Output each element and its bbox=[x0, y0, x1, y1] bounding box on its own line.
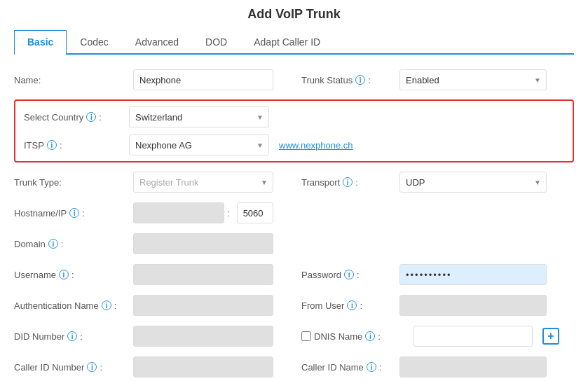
dnis-name-input[interactable] bbox=[413, 326, 533, 347]
country-field-wrapper: Switzerland United States Germany France bbox=[129, 106, 269, 127]
hostname-info-icon[interactable]: i bbox=[69, 208, 79, 218]
page-container: Add VoIP Trunk Basic Codec Advanced DOD … bbox=[0, 0, 588, 381]
country-row: Select Country i : Switzerland United St… bbox=[24, 106, 564, 127]
auth-name-input[interactable] bbox=[133, 295, 273, 316]
tab-dod[interactable]: DOD bbox=[192, 30, 240, 53]
hostname-label: Hostname/IP i : bbox=[14, 208, 133, 219]
did-number-field-wrapper bbox=[133, 326, 273, 347]
itsp-row: ITSP i : Nexphone AG www.nexphone.ch bbox=[24, 134, 564, 155]
did-number-label: DID Number i : bbox=[14, 331, 133, 342]
name-field-wrapper bbox=[133, 69, 273, 90]
hostname-field-wrapper: : bbox=[133, 202, 273, 223]
tab-advanced[interactable]: Advanced bbox=[122, 30, 192, 53]
auth-name-field-wrapper bbox=[133, 295, 273, 316]
tabs-bar: Basic Codec Advanced DOD Adapt Caller ID bbox=[14, 30, 574, 55]
username-input[interactable] bbox=[133, 264, 273, 285]
from-user-info-icon[interactable]: i bbox=[347, 300, 357, 310]
country-itsp-box: Select Country i : Switzerland United St… bbox=[14, 99, 574, 162]
transport-label: Transport i : bbox=[301, 177, 399, 188]
page-title: Add VoIP Trunk bbox=[14, 7, 574, 22]
hostname-input[interactable] bbox=[133, 202, 224, 223]
country-select[interactable]: Switzerland United States Germany France bbox=[129, 106, 269, 127]
from-user-input[interactable] bbox=[399, 295, 547, 316]
caller-id-number-input[interactable] bbox=[133, 356, 273, 377]
hostname-row: Hostname/IP i : : bbox=[14, 202, 574, 224]
caller-id-number-field-wrapper bbox=[133, 356, 273, 377]
itsp-select[interactable]: Nexphone AG bbox=[129, 134, 269, 155]
did-number-input[interactable] bbox=[133, 326, 273, 347]
dnis-name-label: DNIS Name i : bbox=[301, 331, 413, 342]
itsp-label: ITSP i : bbox=[24, 140, 129, 151]
country-info-icon[interactable]: i bbox=[86, 112, 96, 122]
caller-id-name-info-icon[interactable]: i bbox=[367, 362, 376, 372]
transport-group: Transport i : UDP TCP TLS bbox=[301, 172, 574, 193]
trunk-status-select-wrapper: Enabled Disabled bbox=[399, 69, 547, 90]
dnis-name-field-wrapper: + bbox=[413, 326, 561, 347]
colon-separator: : bbox=[227, 208, 230, 219]
trunk-status-group: Trunk Status i : Enabled Disabled bbox=[301, 69, 574, 90]
did-number-row: DID Number i : DNIS Name i : + bbox=[14, 325, 574, 347]
domain-label: Domain i : bbox=[14, 239, 133, 249]
caller-id-number-info-icon[interactable]: i bbox=[87, 362, 97, 372]
trunk-status-field-wrapper: Enabled Disabled bbox=[399, 69, 547, 90]
domain-info-icon[interactable]: i bbox=[48, 239, 58, 249]
add-dnis-button[interactable]: + bbox=[542, 328, 559, 345]
tab-basic[interactable]: Basic bbox=[14, 30, 67, 55]
caller-id-name-group: Caller ID Name i : bbox=[301, 356, 574, 377]
name-row: Name: Trunk Status i : Enabled Disabled bbox=[14, 69, 574, 91]
auth-name-info-icon[interactable]: i bbox=[102, 300, 111, 310]
trunk-status-info-icon[interactable]: i bbox=[355, 75, 365, 85]
username-label: Username i : bbox=[14, 270, 133, 280]
trunk-type-field-wrapper: Register Trunk Peer Trunk bbox=[133, 172, 273, 193]
tab-adapt-caller-id[interactable]: Adapt Caller ID bbox=[240, 30, 334, 53]
trunk-type-select-wrapper: Register Trunk Peer Trunk bbox=[133, 172, 273, 193]
trunk-type-row: Trunk Type: Register Trunk Peer Trunk Tr… bbox=[14, 171, 574, 193]
username-info-icon[interactable]: i bbox=[59, 270, 69, 279]
itsp-info-icon[interactable]: i bbox=[47, 140, 57, 150]
port-input[interactable] bbox=[237, 202, 273, 223]
password-info-icon[interactable]: i bbox=[344, 270, 354, 279]
tab-codec[interactable]: Codec bbox=[67, 30, 121, 53]
password-group: Password i : bbox=[301, 264, 574, 285]
transport-info-icon[interactable]: i bbox=[343, 177, 353, 187]
itsp-select-wrapper: Nexphone AG bbox=[129, 134, 269, 155]
caller-id-row: Caller ID Number i : Caller ID Name i : bbox=[14, 356, 574, 378]
domain-field-wrapper bbox=[133, 233, 273, 254]
country-select-wrapper: Switzerland United States Germany France bbox=[129, 106, 269, 127]
country-label: Select Country i : bbox=[24, 112, 129, 123]
did-number-info-icon[interactable]: i bbox=[67, 331, 77, 341]
dnis-name-group: DNIS Name i : + bbox=[301, 326, 574, 347]
password-field-wrapper bbox=[399, 264, 547, 285]
transport-select[interactable]: UDP TCP TLS bbox=[399, 172, 547, 193]
trunk-status-select[interactable]: Enabled Disabled bbox=[399, 69, 547, 90]
domain-row: Domain i : bbox=[14, 233, 574, 255]
transport-select-wrapper: UDP TCP TLS bbox=[399, 172, 547, 193]
username-row: Username i : Password i : bbox=[14, 263, 574, 286]
password-label: Password i : bbox=[301, 270, 399, 280]
auth-name-row: Authentication Name i : From User i : bbox=[14, 294, 574, 317]
domain-input[interactable] bbox=[133, 233, 273, 254]
name-input[interactable] bbox=[133, 69, 273, 90]
from-user-label: From User i : bbox=[301, 300, 399, 311]
trunk-type-label: Trunk Type: bbox=[14, 177, 133, 188]
dnis-name-checkbox[interactable] bbox=[301, 331, 311, 341]
caller-id-name-label: Caller ID Name i : bbox=[301, 362, 399, 373]
trunk-type-select[interactable]: Register Trunk Peer Trunk bbox=[133, 172, 273, 193]
trunk-status-label: Trunk Status i : bbox=[301, 75, 399, 85]
itsp-field-wrapper: Nexphone AG bbox=[129, 134, 269, 155]
dnis-name-info-icon[interactable]: i bbox=[365, 331, 375, 341]
from-user-field-wrapper bbox=[399, 295, 547, 316]
transport-field-wrapper: UDP TCP TLS bbox=[399, 172, 547, 193]
itsp-link[interactable]: www.nexphone.ch bbox=[279, 140, 353, 151]
caller-id-name-field-wrapper bbox=[399, 356, 547, 377]
caller-id-number-label: Caller ID Number i : bbox=[14, 362, 133, 373]
password-input[interactable] bbox=[399, 264, 547, 285]
caller-id-name-input[interactable] bbox=[399, 356, 547, 377]
username-field-wrapper bbox=[133, 264, 273, 285]
from-user-group: From User i : bbox=[301, 295, 574, 316]
auth-name-label: Authentication Name i : bbox=[14, 300, 133, 311]
name-label: Name: bbox=[14, 75, 133, 85]
form-body: Name: Trunk Status i : Enabled Disabled bbox=[14, 66, 574, 381]
